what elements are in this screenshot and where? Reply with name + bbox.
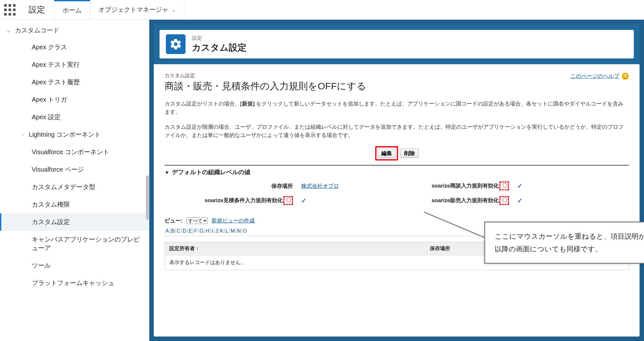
edit-button[interactable]: 編集 bbox=[378, 149, 396, 158]
page-title: 商談・販売・見積条件の入力規則をOFFにする bbox=[165, 80, 366, 93]
chevron-right-icon: › bbox=[22, 132, 24, 138]
info-icon[interactable] bbox=[287, 198, 291, 202]
description-1: カスタム設定がリストの場合、[新規] をクリックして新しいデータセットを追加しま… bbox=[165, 100, 629, 116]
chevron-down-icon: ⌄ bbox=[172, 7, 176, 13]
alpha-d[interactable]: D bbox=[182, 228, 188, 234]
col-owner[interactable]: 設定所有者 ↑ bbox=[165, 242, 425, 255]
callout-leader bbox=[424, 212, 487, 244]
sidebar-item-custom-settings[interactable]: カスタム設定 bbox=[0, 213, 149, 231]
tab-object-manager[interactable]: オブジェクトマネージャ ⌄ bbox=[90, 0, 184, 19]
tab-home[interactable]: ホーム bbox=[54, 0, 90, 19]
alpha-e[interactable]: E bbox=[187, 228, 193, 234]
label-quote-rule: soarize見積条件入力規則有効化 bbox=[165, 196, 295, 205]
tooltip-callout: ここにマウスカーソルを重ねると、項目説明が表示されます。 以降の画面についても同… bbox=[484, 222, 644, 264]
alpha-n[interactable]: N bbox=[236, 228, 242, 234]
page-header-crumb: 設定 bbox=[192, 35, 247, 42]
alpha-h[interactable]: H bbox=[205, 228, 211, 234]
sidebar-group-label: カスタムコード bbox=[15, 26, 59, 35]
action-buttons: 編集 削除 bbox=[165, 146, 629, 160]
chevron-down-icon: ⌄ bbox=[6, 27, 10, 33]
alpha-o[interactable]: O bbox=[242, 228, 248, 234]
check-icon: ✓ bbox=[517, 197, 523, 204]
sidebar-item-custom-permissions[interactable]: カスタム権限 bbox=[0, 196, 149, 213]
tab-home-label: ホーム bbox=[63, 6, 82, 15]
triangle-down-icon bbox=[165, 169, 169, 176]
sort-asc-icon: ↑ bbox=[196, 246, 199, 251]
description-2: カスタム設定が階層の場合、ユーザ、プロファイル、または組織レベルに対してデータを… bbox=[165, 123, 629, 139]
value-opportunity-rule: ✓ bbox=[511, 182, 543, 190]
sidebar-item-custom-metadata[interactable]: カスタムメタデータ型 bbox=[0, 178, 149, 196]
sidebar-item-apex-classes[interactable]: Apex クラス bbox=[0, 38, 149, 56]
sidebar-item-canvas-previewer[interactable]: キャンバスアプリケーションのプレビューア bbox=[0, 231, 149, 257]
value-quote-rule: ✓ bbox=[295, 197, 384, 204]
info-icon[interactable] bbox=[503, 198, 507, 202]
value-sales-rule: ✓ bbox=[511, 197, 543, 204]
sidebar-item-apex-test-history[interactable]: Apex テスト履歴 bbox=[0, 73, 149, 91]
view-label: ビュー: bbox=[165, 217, 183, 224]
alpha-g[interactable]: G bbox=[199, 228, 205, 234]
sidebar-item-lightning-components[interactable]: › Lightning コンポーネント bbox=[0, 126, 149, 143]
alpha-m[interactable]: M bbox=[230, 228, 236, 234]
help-link-text: このページのヘルプ bbox=[571, 72, 619, 80]
page-header-card: 設定 カスタム設定 bbox=[159, 30, 634, 58]
value-location: 株式会社オプロ bbox=[295, 182, 384, 190]
help-link[interactable]: このページのヘルプ ? bbox=[571, 72, 629, 80]
sidebar-item-apex-test-exec[interactable]: Apex テスト実行 bbox=[0, 56, 149, 73]
sidebar-item-visualforce-components[interactable]: Visualforce コンポーネント bbox=[0, 143, 149, 161]
highlight-help-3 bbox=[499, 196, 509, 205]
main-panel: 設定 カスタム設定 カスタム設定 商談・販売・見積条件の入力規則をOFFにする … bbox=[154, 24, 640, 337]
view-select[interactable]: すべて bbox=[186, 217, 208, 224]
label-sales-rule: soarize販売入力規則有効化 bbox=[384, 196, 511, 205]
alpha-f[interactable]: F bbox=[193, 228, 199, 234]
tab-object-manager-label: オブジェクトマネージャ bbox=[98, 5, 168, 14]
main-layout: ⌄ カスタムコード Apex クラス Apex テスト実行 Apex テスト履歴… bbox=[0, 20, 644, 341]
highlight-help-1 bbox=[499, 181, 509, 190]
alpha-j[interactable]: J bbox=[214, 228, 219, 234]
top-nav: 設定 ホーム オブジェクトマネージャ ⌄ bbox=[0, 0, 644, 20]
check-icon: ✓ bbox=[517, 182, 523, 189]
sidebar-item-platform-cache[interactable]: プラットフォームキャッシュ bbox=[0, 274, 149, 292]
app-launcher-icon[interactable] bbox=[0, 0, 20, 19]
breadcrumb: カスタム設定 bbox=[165, 72, 366, 79]
check-icon: ✓ bbox=[301, 197, 307, 204]
settings-grid: 保存場所 株式会社オプロ soarize商談入力規則有効化 ✓ soarize見… bbox=[165, 181, 629, 205]
default-org-section: デフォルトの組織レベルの値 保存場所 株式会社オプロ soarize商談入力規則… bbox=[165, 165, 629, 205]
section-title[interactable]: デフォルトの組織レベルの値 bbox=[165, 168, 629, 176]
grid-icon bbox=[4, 4, 16, 16]
sidebar-item-tools[interactable]: ツール bbox=[0, 257, 149, 274]
page-header-title: カスタム設定 bbox=[192, 42, 247, 54]
section-title-text: デフォルトの組織レベルの値 bbox=[172, 168, 250, 176]
content-area: カスタム設定 商談・販売・見積条件の入力規則をOFFにする このページのヘルプ … bbox=[154, 64, 640, 278]
gear-icon bbox=[166, 34, 186, 54]
info-icon[interactable] bbox=[503, 183, 507, 188]
label-opportunity-rule: soarize商談入力規則有効化 bbox=[384, 181, 511, 190]
scrollbar-thumb[interactable] bbox=[146, 175, 149, 220]
delete-button[interactable]: 削除 bbox=[401, 149, 418, 158]
alpha-c[interactable]: C bbox=[176, 228, 182, 234]
sidebar-item-apex-settings[interactable]: Apex 設定 bbox=[0, 108, 149, 126]
new-view-link[interactable]: 新規ビューの作成 bbox=[212, 217, 255, 224]
sidebar-item-visualforce-pages[interactable]: Visualforce ページ bbox=[0, 161, 149, 178]
label-location: 保存場所 bbox=[165, 182, 295, 190]
sidebar-item-apex-triggers[interactable]: Apex トリガ bbox=[0, 91, 149, 108]
callout-line-2: 以降の画面についても同様です。 bbox=[495, 243, 644, 256]
highlight-edit: 編集 bbox=[375, 146, 398, 160]
main-area: 設定 カスタム設定 カスタム設定 商談・販売・見積条件の入力規則をOFFにする … bbox=[149, 20, 644, 341]
alpha-l[interactable]: L bbox=[225, 228, 230, 234]
sidebar-item-label: Lightning コンポーネント bbox=[29, 130, 101, 139]
highlight-help-2 bbox=[283, 196, 293, 205]
setup-sidebar: ⌄ カスタムコード Apex クラス Apex テスト実行 Apex テスト履歴… bbox=[0, 20, 149, 341]
help-icon: ? bbox=[622, 73, 629, 80]
alpha-b[interactable]: B bbox=[170, 228, 176, 234]
app-name: 設定 bbox=[20, 0, 54, 19]
callout-line-1: ここにマウスカーソルを重ねると、項目説明が表示されます。 bbox=[495, 230, 644, 243]
org-link[interactable]: 株式会社オプロ bbox=[301, 183, 339, 189]
alpha-i[interactable]: I bbox=[211, 228, 214, 234]
page-header: 設定 カスタム設定 bbox=[154, 24, 640, 64]
alpha-k[interactable]: K bbox=[219, 228, 225, 234]
sidebar-group-custom-code[interactable]: ⌄ カスタムコード bbox=[0, 22, 149, 38]
alpha-a[interactable]: A bbox=[165, 228, 170, 234]
